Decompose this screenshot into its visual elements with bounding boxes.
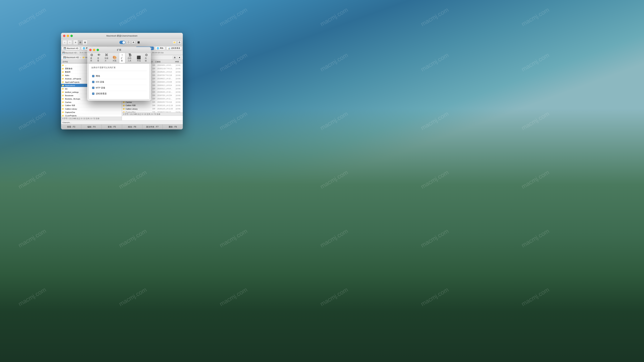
- right-process-label: 进程查看器: [171, 47, 180, 49]
- right-col-date: 2020/2/25 下午4:16: [157, 101, 175, 103]
- thumbnail-view-btn[interactable]: ⊞: [83, 40, 88, 45]
- dialog-content: 如果你不需要可以关闭扩展 网络 iOS 设备 MTP 设备 进程查看器: [88, 63, 150, 99]
- checkbox-ios-box[interactable]: [92, 81, 94, 83]
- func-move[interactable]: 移动 - F6: [122, 124, 142, 129]
- left-status-text: 0 字节 / 13.2 MB 分之 0 / 13 文件, 0 / 72 目录: [62, 117, 100, 120]
- right-col-date: 2020/2/29 上午11:...: [157, 98, 175, 100]
- right-file-row[interactable]: 📁 CaptureOne DIR 2019/6/27 下午2:2... 文件夹: [122, 111, 183, 112]
- right-col-date: 2019/11/9 上午11:16: [157, 104, 175, 107]
- toggle-switch[interactable]: [120, 41, 126, 44]
- window-title: Macintosh 硬盘/Users/macdown: [106, 34, 138, 37]
- right-kind-col[interactable]: 种类: [174, 60, 183, 63]
- tab-archive[interactable]: 🗜 存档工具: [126, 52, 134, 63]
- tab-view[interactable]: 👁 查看: [96, 52, 102, 63]
- tab-extensions[interactable]: ↑ 扩展: [119, 52, 125, 63]
- tab-extensions-label: 扩展: [121, 57, 124, 62]
- right-network-btn[interactable]: 🌐 网络: [155, 46, 165, 50]
- right-col-kind: 文件夹: [175, 74, 183, 77]
- close-button[interactable]: [63, 35, 66, 37]
- folder-icon: 📁: [62, 67, 64, 70]
- file-name: Calibre 书库: [65, 104, 112, 107]
- list-view-btn[interactable]: ≡: [73, 40, 78, 45]
- right-file-row[interactable]: 📁 Caches DIR 2020/2/25 下午4:16 文件夹: [122, 100, 183, 104]
- right-col-kind: 文件夹: [175, 67, 183, 70]
- minimize-button[interactable]: [67, 35, 69, 37]
- breadcrumb-hd[interactable]: 💾 Macintosh HD: [62, 56, 80, 59]
- tab-general-label: 通用: [90, 57, 93, 62]
- main-window-titlebar: Macintosh 硬盘/Users/macdown: [61, 33, 183, 39]
- func-edit[interactable]: 编辑 - F4: [81, 124, 102, 129]
- right-status-text: 0 字节 / 13.2 MB 分之 0 / 13 文件, 0 / 72 目录: [123, 113, 160, 115]
- folder-icon: 📁: [62, 77, 64, 80]
- right-network-label: 网络: [160, 47, 164, 49]
- folder-icon: 📁: [62, 97, 64, 100]
- right-expand-btn[interactable]: ⊞: [173, 56, 177, 59]
- func-newfolder[interactable]: 新文件夹 - F7: [142, 124, 163, 129]
- file-row[interactable]: 📁 CaptureOne: [61, 111, 122, 114]
- func-view[interactable]: 查看 - F3: [61, 124, 81, 129]
- checkbox-ios[interactable]: iOS 设备: [92, 79, 147, 85]
- watermark: macmj.com: [420, 6, 450, 28]
- appearance-tab-icon: 🎨: [112, 56, 117, 59]
- dialog-maximize-button[interactable]: [96, 49, 99, 51]
- eye-button[interactable]: 👁: [132, 41, 136, 44]
- checkbox-ios-label: iOS 设备: [96, 80, 104, 83]
- details-view-btn[interactable]: ⊟: [78, 40, 83, 45]
- right-folder-icon: 📁: [122, 104, 125, 107]
- forward-button[interactable]: ›: [68, 40, 72, 45]
- tab-archive-label: 存档工具: [128, 57, 133, 62]
- back-button[interactable]: ‹: [62, 40, 67, 45]
- right-file-row[interactable]: 📁 Calibre Library DIR 2019/11/9 上午11:03 …: [122, 107, 183, 111]
- hd-path-icon: 💾: [64, 56, 66, 59]
- right-col-kind: 文件夹: [175, 78, 183, 80]
- file-row[interactable]: 📁 Calibre Library: [61, 107, 122, 111]
- tab-terminal[interactable]: ⬛ 终端: [135, 55, 142, 63]
- left-macintosh-hd-btn[interactable]: 💾 Macintosh HD: [62, 46, 80, 50]
- func-view-label: 查看 - F3: [67, 125, 75, 128]
- right-folder-icon: 📁: [122, 107, 125, 110]
- right-col-type: DIR: [151, 101, 157, 103]
- right-col-date: 2019/7/28 上午2:54: [157, 94, 175, 97]
- checkbox-mtp[interactable]: MTP 设备: [92, 85, 147, 91]
- tab-shortcuts[interactable]: ⌘ 快捷方: [103, 52, 110, 63]
- file-row[interactable]: 📁 Caches: [61, 100, 122, 104]
- checkbox-process-box[interactable]: [92, 92, 94, 95]
- checkbox-process[interactable]: 进程查看器: [92, 91, 147, 96]
- right-col-type: DIR: [151, 94, 157, 96]
- right-col-type: DIR: [151, 78, 157, 80]
- folder-icon: 📁: [62, 81, 64, 84]
- nav-buttons: ‹ ›: [62, 40, 72, 45]
- left-drive-arrow: ⌄: [77, 52, 78, 54]
- file-row[interactable]: 📁 CLionProjects: [61, 114, 122, 117]
- settings-button[interactable]: ⚙: [178, 41, 182, 44]
- left-drive-selector[interactable]: 💾 Macintosh HD ⌄: [62, 52, 78, 54]
- checkbox-mtp-box[interactable]: [92, 87, 94, 89]
- dialog-minimize-button[interactable]: [93, 49, 95, 51]
- func-delete[interactable]: 删除 - F8: [163, 124, 183, 129]
- right-modified-col-label: 已修改: [155, 60, 161, 63]
- file-row[interactable]: 📁 Calibre 书库: [61, 104, 122, 107]
- func-move-label: 移动 - F6: [128, 125, 136, 128]
- right-file-row[interactable]: 📁 Calibre 书库 DIR 2019/11/9 上午11:16 文件夹: [122, 104, 183, 107]
- tab-general[interactable]: ⚙ 通用: [88, 52, 95, 63]
- right-folder-icon: 📁: [122, 111, 125, 112]
- watermark: macmj.com: [218, 6, 248, 28]
- right-col-kind: 文件夹: [175, 81, 183, 83]
- folder-button[interactable]: 📁: [172, 41, 176, 44]
- tab-appearance[interactable]: 🎨 外观: [111, 55, 118, 63]
- checkbox-network-box[interactable]: [92, 75, 94, 77]
- func-copy[interactable]: 复制 - F5: [102, 124, 122, 129]
- dialog-close-button[interactable]: [89, 49, 92, 51]
- info-button[interactable]: ⓘ: [126, 41, 130, 44]
- checkbox-network[interactable]: 网络: [92, 73, 147, 79]
- maximize-button[interactable]: [70, 35, 73, 37]
- right-col-kind: 文件夹: [175, 101, 183, 103]
- right-star-btn[interactable]: ★: [178, 56, 182, 59]
- view-toggle: ≡ ⊟ ⊞: [73, 40, 88, 45]
- right-col-date: 2020/3/26 上午9:3...: [157, 64, 175, 66]
- right-process-btn[interactable]: 📊 进程查看器: [166, 46, 182, 50]
- file-name: Caches: [65, 101, 112, 103]
- right-modified-col[interactable]: 已修改: [154, 60, 174, 63]
- tab-advanced[interactable]: ⚙ 高级: [143, 52, 150, 63]
- monitor-button[interactable]: ⬛: [136, 41, 140, 44]
